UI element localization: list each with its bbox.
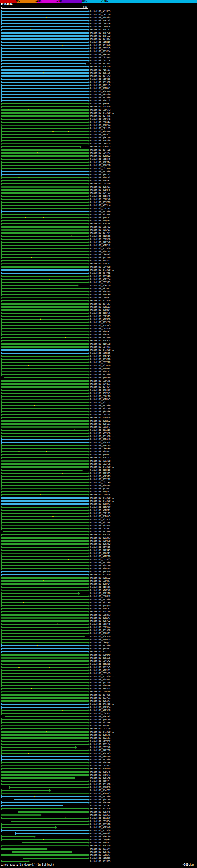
hit-label[interactable]: UniRef100_C0P4L5 xyxy=(90,143,110,145)
hit-bar[interactable] xyxy=(1,765,88,766)
hit-label[interactable]: UniRef100_B8A9C2 xyxy=(90,133,110,136)
hit-label[interactable]: UniRef100_Q5Z8V3 xyxy=(90,324,110,327)
hit-label[interactable]: UniRef100_B4FYD6 xyxy=(90,749,110,752)
hit-bar[interactable] xyxy=(1,60,88,61)
hit-label[interactable]: UniRef100_B9RYG7 xyxy=(90,506,110,508)
hit-label[interactable]: UniRef100_A2WPK8 xyxy=(90,589,110,591)
hit-label[interactable]: UniRef100_UP1000... xyxy=(90,373,114,376)
hit-bar[interactable] xyxy=(1,20,88,21)
hit-label[interactable]: UniRef100_A9RMB3 xyxy=(90,857,110,859)
hit-bar[interactable] xyxy=(1,473,88,474)
hit-label[interactable]: UniRef100_A7NSF2 xyxy=(90,841,110,844)
hit-label[interactable]: UniRef100_B6U1E3 xyxy=(90,177,110,179)
hit-bar[interactable] xyxy=(1,488,88,489)
hit-label[interactable]: UniRef100_A2YTG3 xyxy=(90,192,110,194)
hit-label[interactable]: UniRef100_B6T1Q8 xyxy=(90,149,110,151)
hit-bar[interactable] xyxy=(1,605,88,606)
hit-bar[interactable] xyxy=(1,516,88,517)
hit-label[interactable]: UniRef100_C5X9Y4 xyxy=(90,626,110,628)
hit-bar[interactable] xyxy=(1,537,88,538)
hit-bar[interactable] xyxy=(1,466,88,468)
hit-label[interactable]: UniRef100_B8APH8 xyxy=(90,284,110,287)
hit-bar[interactable] xyxy=(1,359,88,360)
hit-label[interactable]: UniRef100_B9FVN5 xyxy=(90,290,110,293)
hit-label[interactable]: UniRef100_B6SM41 xyxy=(90,451,110,453)
hit-bar[interactable] xyxy=(1,325,88,326)
hit-bar[interactable] xyxy=(1,254,88,255)
hit-bar[interactable] xyxy=(1,553,88,554)
hit-bar[interactable] xyxy=(1,303,88,305)
hit-label[interactable]: UniRef100_B9HJW1 xyxy=(90,312,110,314)
hit-bar[interactable] xyxy=(1,186,88,188)
hit-label[interactable]: UniRef100_B9HQ10 xyxy=(90,469,110,471)
hit-bar[interactable] xyxy=(1,476,88,477)
hit-bar[interactable] xyxy=(1,519,88,520)
hit-bar[interactable] xyxy=(1,245,88,246)
hit-label[interactable]: UniRef100_C6SWN3 xyxy=(90,614,110,616)
hit-label[interactable]: UniRef100_B9T6L3 xyxy=(90,651,110,653)
hit-label[interactable]: UniRef100_Q5JMN1 xyxy=(90,488,110,490)
hit-bar[interactable] xyxy=(1,152,88,154)
hit-bar[interactable] xyxy=(1,802,88,803)
hit-label[interactable]: UniRef100_A9NRW5 xyxy=(90,398,110,401)
hit-bar[interactable] xyxy=(1,291,88,292)
hit-bar[interactable] xyxy=(1,322,88,323)
hit-bar[interactable] xyxy=(1,390,88,391)
hit-label[interactable]: UniRef100_B6TKR9 xyxy=(90,601,110,604)
hit-label[interactable]: UniRef100_UP1000... xyxy=(90,404,114,407)
hit-bar[interactable] xyxy=(1,427,88,428)
hit-label[interactable]: UniRef100_UP1000... xyxy=(90,466,114,468)
hit-bar[interactable] xyxy=(1,587,88,588)
hit-bar[interactable] xyxy=(1,627,88,628)
hit-label[interactable]: UniRef100_A5AV91 xyxy=(90,229,110,231)
hit-bar[interactable] xyxy=(1,313,88,314)
hit-label[interactable]: UniRef100_B8ANY7 xyxy=(90,817,110,819)
hit-label[interactable]: UniRef100_B6U8E5 xyxy=(90,567,110,570)
hit-label[interactable]: UniRef100_Q8GVE9 xyxy=(90,755,110,758)
hit-label[interactable]: UniRef100_UP1000... xyxy=(90,795,114,798)
hit-bar[interactable] xyxy=(1,768,88,770)
hit-bar[interactable] xyxy=(1,433,88,434)
hit-bar[interactable] xyxy=(1,276,88,277)
hit-bar[interactable] xyxy=(1,744,88,745)
hit-bar[interactable] xyxy=(1,710,88,711)
hit-bar[interactable] xyxy=(1,294,88,295)
hit-label[interactable]: UniRef100_Q0DHF5 xyxy=(90,189,110,191)
hit-bar[interactable] xyxy=(1,168,88,169)
hit-label[interactable]: UniRef100_Q9SXJ6 xyxy=(90,358,110,361)
hit-bar[interactable] xyxy=(1,48,88,49)
hit-bar[interactable] xyxy=(1,100,88,101)
hit-label[interactable]: UniRef100_UP1000... xyxy=(90,247,114,250)
hit-bar[interactable] xyxy=(1,79,88,80)
hit-label[interactable]: UniRef100_B9T1G4 xyxy=(90,743,110,745)
hit-bar[interactable] xyxy=(1,550,88,551)
hit-bar[interactable] xyxy=(1,848,46,849)
hit-bar[interactable] xyxy=(1,497,88,498)
hit-bar[interactable] xyxy=(1,198,88,200)
hit-bar[interactable] xyxy=(1,470,81,471)
hit-bar[interactable] xyxy=(1,509,88,511)
hit-bar[interactable] xyxy=(1,205,88,206)
hit-bar[interactable] xyxy=(1,134,88,135)
hit-bar[interactable] xyxy=(1,506,88,508)
hit-bar[interactable] xyxy=(1,140,88,141)
hit-label[interactable]: UniRef100_C6T0E5 xyxy=(90,56,110,59)
hit-bar[interactable] xyxy=(1,513,88,514)
hit-label[interactable]: UniRef100_A9NVD2 xyxy=(90,146,110,148)
hit-label[interactable]: UniRef100_A7QV67 xyxy=(90,491,110,493)
hit-bar[interactable] xyxy=(1,630,88,631)
hit-label[interactable]: UniRef100_B9GBW4 xyxy=(90,484,110,487)
hit-bar[interactable] xyxy=(1,623,88,625)
hit-label[interactable]: UniRef100_C5XNJ2 xyxy=(90,765,110,767)
hit-bar[interactable] xyxy=(1,180,88,181)
hit-bar[interactable] xyxy=(1,707,88,708)
hit-label[interactable]: UniRef100_A9RGG2 xyxy=(90,577,110,579)
hit-label[interactable]: UniRef100_B4F899 xyxy=(90,140,110,142)
hit-bar[interactable] xyxy=(1,522,88,523)
hit-bar[interactable] xyxy=(1,790,49,791)
hit-bar[interactable] xyxy=(1,251,88,252)
hit-label[interactable]: UniRef100_A9NYH2 xyxy=(90,244,110,247)
hit-bar[interactable] xyxy=(1,109,88,111)
hit-label[interactable]: UniRef100_B9S2F8 xyxy=(90,321,110,323)
hit-label[interactable]: UniRef100_UP1000... xyxy=(90,210,114,213)
